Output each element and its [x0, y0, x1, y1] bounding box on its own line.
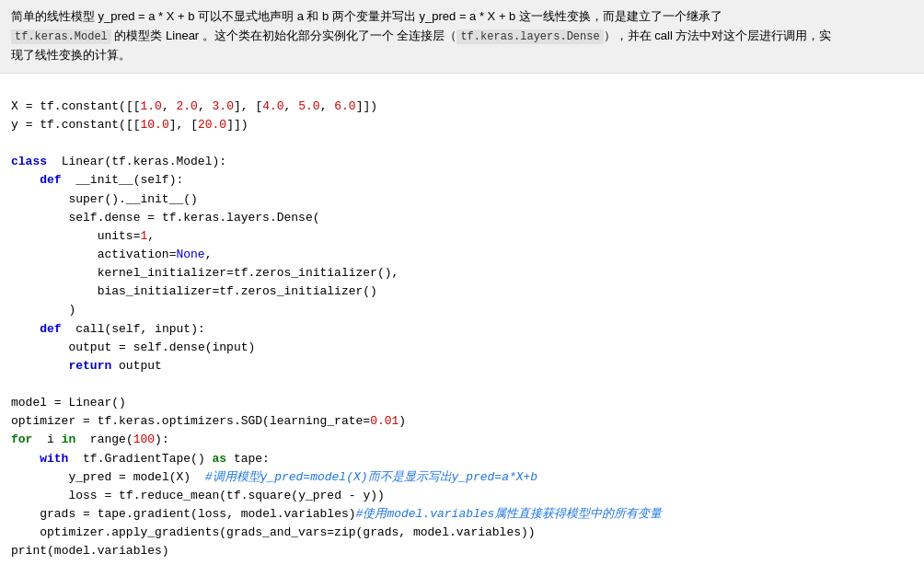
prose-line3: 现了线性变换的计算。: [11, 48, 131, 62]
code-line-model: model = Linear(): [11, 394, 913, 412]
code-line-return: return output: [11, 357, 913, 375]
code-line-kernel: kernel_initializer=tf.zeros_initializer(…: [11, 264, 913, 282]
code-line-print: print(model.variables): [11, 542, 913, 560]
code-line-close-paren: ): [11, 301, 913, 319]
code-line-blank1: [11, 79, 913, 98]
code-line-call-def: def call(self, input):: [11, 320, 913, 339]
inline-code-dense: tf.keras.layers.Dense: [456, 29, 603, 44]
inline-code-keras-model: tf.keras.Model: [11, 29, 111, 44]
code-line-activation: activation=None,: [11, 246, 913, 264]
prose-section: 简单的线性模型 y_pred = a * X + b 可以不显式地声明 a 和 …: [0, 0, 924, 74]
code-section: X = tf.constant([[1.0, 2.0, 3.0], [4.0, …: [0, 74, 924, 565]
code-line-apply-grads: optimizer.apply_gradients(grads_and_vars…: [11, 524, 913, 542]
code-line-output: output = self.dense(input): [11, 339, 913, 357]
code-line-x: X = tf.constant([[1.0, 2.0, 3.0], [4.0, …: [11, 98, 913, 116]
code-line-with: with tf.GradientTape() as tape:: [11, 450, 913, 468]
prose-line2-pre: tf.keras.Model 的模型类 Linear 。这个类在初始化部分实例化…: [11, 29, 831, 42]
code-line-class: class Linear(tf.keras.Model):: [11, 153, 913, 171]
code-line-grads: grads = tape.gradient(loss, model.variab…: [11, 505, 913, 524]
code-line-init-def: def __init__(self):: [11, 171, 913, 190]
prose-line1: 简单的线性模型 y_pred = a * X + b 可以不显式地声明 a 和 …: [11, 9, 722, 23]
code-line-blank2: [11, 134, 913, 153]
code-line-for: for i in range(100):: [11, 431, 913, 449]
code-line-y: y = tf.constant([[10.0], [20.0]]): [11, 116, 913, 134]
code-line-loss: loss = tf.reduce_mean(tf.square(y_pred -…: [11, 487, 913, 505]
code-line-blank3: [11, 375, 913, 394]
code-line-ypred: y_pred = model(X) #调用模型y_pred=model(X)而不…: [11, 468, 913, 487]
code-line-dense-assign: self.dense = tf.keras.layers.Dense(: [11, 209, 913, 227]
code-line-optimizer: optimizer = tf.keras.optimizers.SGD(lear…: [11, 412, 913, 431]
code-line-units: units=1,: [11, 227, 913, 246]
code-line-bias: bias_initializer=tf.zeros_initializer(): [11, 282, 913, 301]
code-line-super: super().__init__(): [11, 190, 913, 209]
